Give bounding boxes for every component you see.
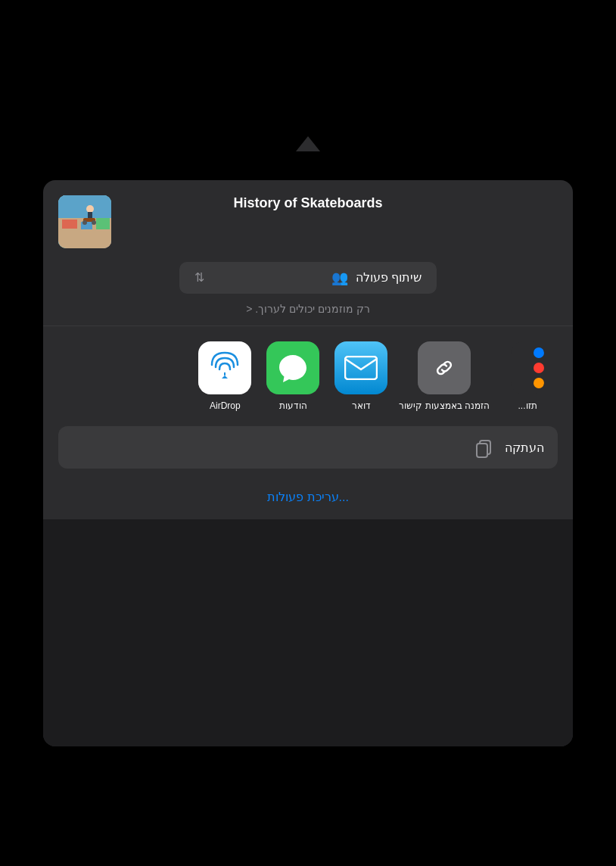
apps-row: תזו... הזמנה באמצעות קישור bbox=[43, 326, 573, 419]
airdrop-icon-bg bbox=[198, 341, 251, 394]
svg-rect-6 bbox=[58, 195, 111, 218]
svg-rect-5 bbox=[96, 218, 110, 229]
mail-app-label: דואר bbox=[352, 400, 371, 411]
invite-text: רק מוזמנים יכולים לערוך. < bbox=[43, 303, 573, 326]
svg-rect-15 bbox=[477, 444, 487, 457]
page-title: History of Skateboards bbox=[111, 195, 505, 211]
messages-icon-bg bbox=[266, 341, 319, 394]
app-item-airdrop[interactable]: AirDrop bbox=[194, 341, 255, 411]
dot-red bbox=[534, 363, 544, 373]
link-icon bbox=[429, 353, 459, 383]
app-item-partial[interactable]: תזו... bbox=[497, 341, 558, 411]
collab-label: שיתוף פעולה bbox=[356, 270, 422, 285]
airdrop-icon bbox=[207, 350, 243, 386]
edit-actions: עריכת פעולות... bbox=[43, 482, 573, 519]
copy-action[interactable]: העתקה bbox=[58, 426, 558, 469]
svg-point-11 bbox=[92, 220, 96, 225]
bottom-space bbox=[43, 519, 573, 746]
sheet-caret bbox=[296, 136, 320, 151]
app-item-link[interactable]: הזמנה באמצעות קישור bbox=[399, 341, 490, 411]
thumbnail bbox=[58, 195, 111, 248]
actions-section: העתקה bbox=[43, 419, 573, 482]
svg-rect-12 bbox=[345, 357, 377, 379]
partial-icon bbox=[511, 341, 544, 394]
people-icon: 👥 bbox=[331, 269, 348, 286]
collab-button[interactable]: שיתוף פעולה 👥 ⇅ bbox=[179, 262, 437, 294]
share-sheet: History of Skateboards bbox=[43, 180, 573, 746]
collab-row: שיתוף פעולה 👥 ⇅ bbox=[43, 257, 573, 303]
copy-label: העתקה bbox=[505, 441, 544, 455]
mail-icon bbox=[344, 356, 378, 380]
svg-point-7 bbox=[86, 205, 94, 213]
app-item-messages[interactable]: הודעות bbox=[263, 341, 323, 411]
edit-actions-link[interactable]: עריכת פעולות... bbox=[267, 491, 349, 503]
messages-icon bbox=[276, 352, 310, 384]
chevron-up-down-icon: ⇅ bbox=[194, 270, 204, 285]
app-item-mail[interactable]: דואר bbox=[331, 341, 391, 411]
link-icon-bg bbox=[418, 341, 471, 394]
link-app-label: הזמנה באמצעות קישור bbox=[399, 400, 490, 411]
airdrop-app-label: AirDrop bbox=[210, 400, 241, 411]
svg-point-10 bbox=[82, 220, 87, 225]
sheet-header: History of Skateboards bbox=[43, 180, 573, 257]
dot-orange bbox=[534, 378, 544, 388]
svg-rect-3 bbox=[62, 220, 77, 229]
partial-app-label: תזו... bbox=[518, 400, 537, 411]
mail-icon-bg bbox=[334, 341, 387, 394]
messages-app-label: הודעות bbox=[279, 400, 307, 411]
copy-icon bbox=[473, 437, 494, 458]
dot-blue bbox=[534, 347, 544, 358]
